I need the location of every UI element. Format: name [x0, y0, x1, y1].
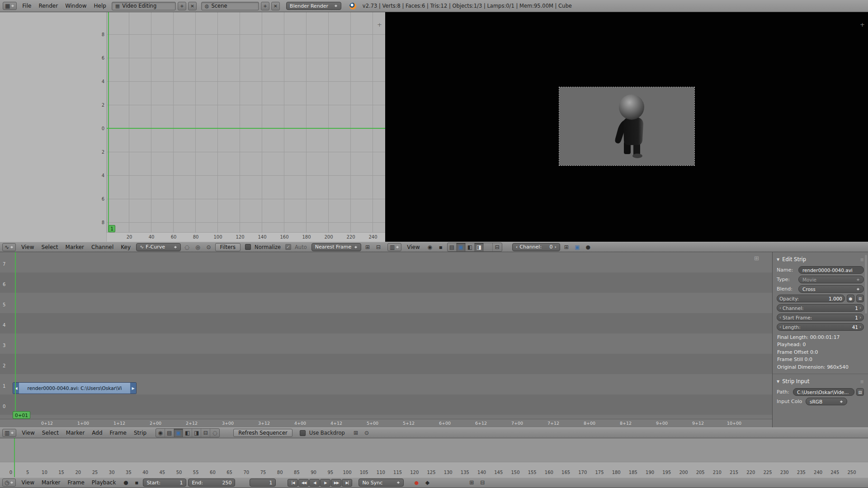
timeline-editor-type-button[interactable]: ◷ — [2, 479, 16, 487]
panel-grip-icon[interactable]: ≣ — [860, 379, 864, 384]
zoom-icon[interactable]: ⊙ — [204, 243, 213, 251]
preview-menu-item[interactable]: View — [403, 243, 423, 251]
render-engine-dropdown[interactable]: Blender Render — [286, 2, 341, 10]
increment-icon[interactable]: › — [859, 305, 861, 310]
end-frame-field[interactable]: End: 250 — [188, 479, 235, 487]
scene-selector[interactable]: ◍ Scene — [201, 2, 259, 10]
display-sequence-icon[interactable]: ▤ — [448, 243, 457, 251]
select-cursor-icon[interactable]: ◌ — [183, 243, 192, 251]
sequencer-playhead-line[interactable] — [15, 252, 16, 419]
sphere-display-icon[interactable]: ◉ — [425, 243, 434, 251]
panel-grip-icon[interactable]: ≣ — [860, 257, 864, 262]
opacity-options-icon[interactable]: ⊞ — [856, 295, 864, 302]
start-frame-field[interactable]: ‹ Start Frame: 1 › — [777, 314, 864, 321]
topbar-menu-item[interactable]: File — [19, 2, 35, 10]
filters-button[interactable]: Filters — [215, 243, 241, 251]
sequencer-menu-item[interactable]: View — [18, 429, 38, 437]
mute-preview-icon[interactable]: ▪ — [436, 243, 445, 251]
strip-name-field[interactable]: render0000-0040.avi — [798, 266, 864, 274]
edit-mode-icon[interactable]: ⊙ — [362, 429, 371, 437]
insert-keyframe-icon[interactable]: ⊞ — [467, 479, 476, 487]
jump-to-end-icon[interactable]: ▶| — [342, 479, 352, 487]
preview-editor-type-button[interactable]: ▥ — [387, 243, 401, 251]
movie-strip[interactable]: ◀ render0000-0040.avi: C:\Users\Oskar\Vi… — [13, 382, 137, 394]
graph-current-frame-badge[interactable]: 1 — [108, 225, 115, 232]
graph-editor-type-button[interactable]: ∿ — [2, 243, 16, 251]
edit-strip-panel-header[interactable]: ▼ Edit Strip ≣ — [773, 254, 868, 264]
increment-icon[interactable]: › — [859, 324, 861, 329]
jump-to-start-icon[interactable]: |◀ — [288, 479, 298, 487]
preview-channel-field[interactable]: ‹ Channel: 0 › — [512, 243, 560, 251]
graph-menu-item[interactable]: View — [18, 243, 38, 251]
grease-pencil-icon[interactable]: ⊞ — [351, 429, 360, 437]
timeline-region[interactable]: 0510152025303540455055606570758085909510… — [0, 438, 868, 477]
fcurve-mode-dropdown[interactable]: ∿ F-Curve — [136, 243, 181, 251]
graph-frame-ruler[interactable] — [107, 232, 385, 242]
next-keyframe-icon[interactable]: ▶▶ — [331, 479, 341, 487]
strip-input-panel-header[interactable]: ▼ Strip Input ≣ — [773, 376, 868, 386]
view-sequence-icon[interactable]: ◉ — [156, 429, 165, 437]
sequencer-timeline-region[interactable]: 76543210 ◀ render0000-0040.avi: C:\Users… — [0, 252, 772, 427]
decrement-icon[interactable]: ‹ — [779, 315, 781, 320]
path-field[interactable]: C:\Users\Oskar\Vide... — [793, 388, 854, 396]
sequencer-menu-item[interactable]: Marker — [62, 429, 88, 437]
graph-playhead-line[interactable] — [108, 12, 109, 232]
timeline-menu-item[interactable]: Frame — [64, 479, 88, 487]
sequencer-menu-item[interactable]: Add — [88, 429, 106, 437]
display-waveform-icon[interactable]: ⊟ — [493, 243, 502, 251]
timeline-menu-item[interactable]: Marker — [38, 479, 64, 487]
sync-mode-dropdown[interactable]: No Sync — [359, 479, 404, 487]
delete-layout-button[interactable]: ✕ — [188, 2, 197, 10]
sequencer-menu-item[interactable]: Select — [38, 429, 62, 437]
graph-menu-item[interactable]: Marker — [62, 243, 88, 251]
graph-menu-item[interactable]: Channel — [88, 243, 117, 251]
copy-keyframes-icon[interactable]: ⊞ — [363, 243, 372, 251]
topbar-menu-item[interactable]: Help — [90, 2, 110, 10]
sequencer-current-frame-badge[interactable]: 0+01 — [13, 411, 30, 419]
decrement-icon[interactable]: ‹ — [779, 324, 781, 329]
record-auto-key-icon[interactable]: ● — [412, 479, 421, 487]
display-split-right-icon[interactable]: ◨ — [475, 243, 484, 251]
file-browse-icon[interactable]: ▤ — [856, 388, 864, 396]
strip-right-handle-icon[interactable]: ▶ — [130, 383, 136, 394]
snap-mode-dropdown[interactable]: Nearest Frame — [311, 243, 361, 251]
increment-icon[interactable]: › — [859, 315, 861, 320]
animate-opacity-icon[interactable]: ● — [847, 295, 854, 302]
play-reverse-icon[interactable]: ◀ — [309, 479, 320, 487]
sequencer-preview-region[interactable]: + — [385, 12, 868, 242]
topbar-menu-item[interactable]: Window — [61, 2, 90, 10]
graph-menu-item[interactable]: Key — [117, 243, 134, 251]
graph-grid[interactable] — [107, 12, 385, 232]
decrement-icon[interactable]: ‹ — [779, 305, 781, 310]
timeline-menu-item[interactable]: Playback — [88, 479, 120, 487]
color-management-icon[interactable]: ▣ — [573, 243, 582, 251]
length-field[interactable]: ‹ Length: 41 › — [777, 323, 864, 331]
gpencil-icon[interactable]: ● — [584, 243, 593, 251]
decrement-icon[interactable]: ‹ — [516, 244, 518, 250]
copy-image-icon[interactable]: ⊞ — [562, 243, 571, 251]
graph-editor-region[interactable]: 864202468 204060801001201401601802002202… — [0, 12, 385, 242]
use-backdrop-checkbox[interactable] — [300, 430, 306, 436]
timeline-playhead-line[interactable] — [14, 438, 15, 477]
paste-keyframes-icon[interactable]: ⊟ — [374, 243, 383, 251]
sequencer-time-ruler[interactable]: 0+121+001+122+002+123+003+124+004+125+00… — [0, 419, 772, 427]
normalize-checkbox[interactable] — [245, 244, 251, 250]
add-layout-button[interactable]: + — [178, 2, 186, 10]
delete-scene-button[interactable]: ✕ — [271, 2, 280, 10]
proxy-icon[interactable]: ◧ — [183, 429, 192, 437]
opacity-slider[interactable]: Opacity: 1.000 — [777, 295, 845, 302]
graph-panel-plus-icon[interactable]: + — [377, 22, 382, 28]
display-image-icon[interactable]: ▣ — [457, 243, 466, 251]
channel-number-field[interactable]: ‹ Channel: 1 › — [777, 304, 864, 312]
topbar-menu-item[interactable]: Render — [35, 2, 61, 10]
auto-keyframe-icon[interactable]: ● — [121, 479, 130, 487]
current-frame-field[interactable]: 1 — [250, 479, 276, 487]
increment-icon[interactable]: › — [554, 244, 556, 250]
select-strip-icon[interactable]: ◌ — [210, 429, 219, 437]
snap-strip-icon[interactable]: ⊟ — [201, 429, 210, 437]
blend-mode-dropdown[interactable]: Cross — [798, 285, 864, 293]
start-frame-field[interactable]: Start: 1 — [143, 479, 186, 487]
screen-layout-selector[interactable]: ▦ Video Editing — [112, 2, 176, 10]
play-icon[interactable]: ▶ — [320, 479, 330, 487]
delete-keyframe-icon[interactable]: ⊟ — [478, 479, 487, 487]
